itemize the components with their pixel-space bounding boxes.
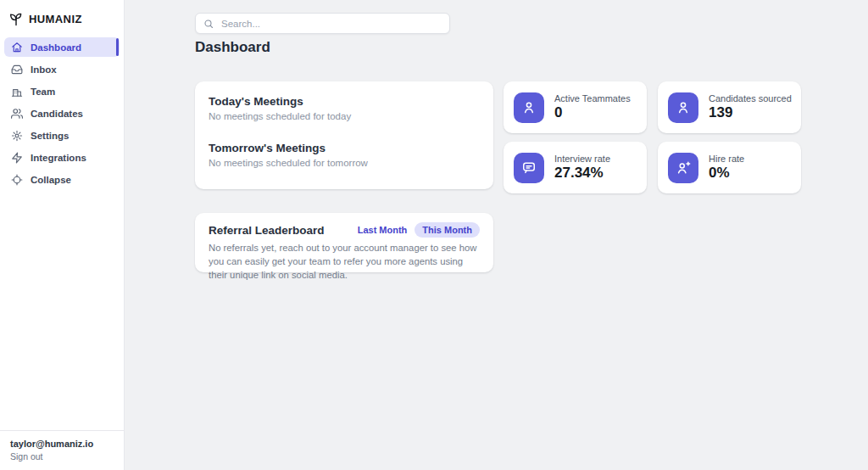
tomorrows-meetings-empty-text: No meetings scheduled for tomorrow: [209, 158, 480, 168]
stat-card-candidates-sourced: Candidates sourced 139: [658, 81, 801, 133]
tomorrows-meetings-title: Tomorrow's Meetings: [209, 142, 480, 154]
stat-value: 27.34%: [554, 165, 610, 182]
referral-leaderboard-card: Referral Leaderboard Last Month This Mon…: [195, 213, 493, 272]
search-input[interactable]: [220, 18, 442, 30]
seedling-logo-icon: [8, 11, 24, 26]
sidebar-item-inbox[interactable]: Inbox: [4, 59, 120, 79]
user-email: taylor@humaniz.io: [10, 439, 114, 449]
todays-meetings-section: Today's Meetings No meetings scheduled f…: [209, 95, 480, 121]
sidebar-item-label: Inbox: [31, 64, 57, 75]
gear-icon: [11, 130, 23, 142]
stat-label: Active Teammates: [554, 93, 631, 104]
stat-value: 139: [709, 104, 792, 121]
stat-card-interview-rate: Interview rate 27.34%: [504, 142, 647, 193]
referral-empty-text: No referrals yet, reach out to your acco…: [209, 241, 480, 282]
sidebar-user-section: taylor@humaniz.io Sign out: [0, 430, 124, 470]
tab-this-month[interactable]: This Month: [415, 222, 480, 238]
sign-out-link[interactable]: Sign out: [10, 451, 114, 462]
search-icon: [203, 19, 214, 29]
main-content: Dashboard Today's Meetings No meetings s…: [125, 0, 868, 470]
building-icon: [11, 86, 23, 98]
sidebar-item-settings[interactable]: Settings: [4, 126, 120, 145]
referral-period-toggle: Last Month This Month: [358, 222, 480, 238]
sidebar-nav: Dashboard Inbox: [0, 37, 124, 189]
collapse-icon: [11, 174, 23, 186]
sidebar-item-candidates[interactable]: Candidates: [4, 104, 120, 123]
sidebar-item-integrations[interactable]: Integrations: [4, 148, 120, 167]
tomorrows-meetings-section: Tomorrow's Meetings No meetings schedule…: [209, 142, 480, 168]
sidebar-item-label: Team: [31, 87, 55, 97]
meetings-card: Today's Meetings No meetings scheduled f…: [195, 81, 493, 189]
active-indicator-bar: [116, 38, 119, 56]
referral-leaderboard-title: Referral Leaderboard: [209, 224, 325, 237]
person-icon: [668, 92, 698, 123]
stat-label: Candidates sourced: [709, 93, 792, 104]
person-plus-icon: [668, 153, 698, 183]
sidebar-item-label: Settings: [31, 131, 69, 141]
search-bar[interactable]: [195, 13, 450, 34]
sidebar-item-label: Dashboard: [31, 42, 81, 53]
brand-name: HUMANIZ: [29, 13, 82, 25]
brand-logo: HUMANIZ: [0, 0, 124, 26]
stat-label: Hire rate: [709, 154, 744, 164]
sidebar: HUMANIZ Dashboard Inbox: [0, 0, 125, 470]
sidebar-item-label: Candidates: [31, 109, 83, 119]
stat-label: Interview rate: [554, 154, 610, 164]
people-icon: [11, 108, 23, 120]
home-icon: [11, 42, 23, 53]
chat-bubble-icon: [514, 153, 544, 183]
todays-meetings-empty-text: No meetings scheduled for today: [209, 111, 480, 121]
stat-value: 0: [554, 104, 631, 121]
sidebar-item-team[interactable]: Team: [4, 81, 120, 101]
tab-last-month[interactable]: Last Month: [358, 225, 408, 235]
todays-meetings-title: Today's Meetings: [209, 95, 480, 108]
zap-icon: [11, 152, 23, 164]
stat-value: 0%: [709, 165, 744, 182]
inbox-icon: [11, 64, 23, 76]
sidebar-item-dashboard[interactable]: Dashboard: [4, 37, 120, 57]
page-title: Dashboard: [195, 39, 270, 56]
sidebar-item-collapse[interactable]: Collapse: [4, 170, 120, 189]
sidebar-item-label: Collapse: [31, 175, 71, 185]
stat-card-active-teammates: Active Teammates 0: [504, 81, 647, 133]
sidebar-item-label: Integrations: [31, 153, 86, 163]
person-icon: [514, 92, 544, 123]
stat-card-hire-rate: Hire rate 0%: [658, 142, 801, 193]
